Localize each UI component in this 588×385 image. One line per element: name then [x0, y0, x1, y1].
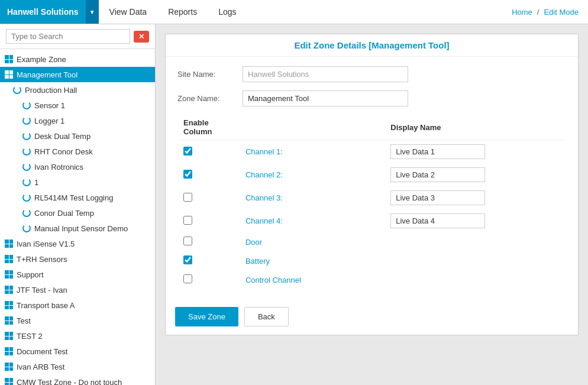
tree-item-label: Manual Input Sensor Demo [34, 224, 128, 233]
grid-icon [4, 331, 14, 341]
channel-value-ch1[interactable] [390, 144, 485, 159]
channel-value-ch3[interactable] [390, 190, 485, 205]
tree-item-management-tool[interactable]: Management Tool [0, 67, 155, 82]
channel-row-ch1: Channel 1: [177, 140, 566, 164]
channel-row-control: Control Channel [177, 270, 566, 289]
channels-table: Enable Column Display Name Channel 1:Cha… [177, 115, 566, 289]
channel-checkbox-door[interactable] [183, 237, 192, 245]
spinner-icon [21, 161, 32, 172]
nav-logs[interactable]: Logs [208, 0, 247, 24]
tree-item-label: RHT Conor Desk [34, 147, 93, 156]
search-bar: ✕ [0, 24, 155, 49]
tree-item-label: Production Hall [25, 86, 77, 95]
channel-row-ch2: Channel 2: [177, 163, 566, 186]
clear-search-button[interactable]: ✕ [134, 31, 149, 43]
channel-value-ch4[interactable] [390, 213, 485, 228]
col-display-header: Display Name [385, 115, 566, 140]
tree-item-example-zone[interactable]: Example Zone [0, 51, 155, 67]
channel-checkbox-ch3[interactable] [183, 193, 192, 202]
search-input[interactable] [6, 29, 130, 44]
edit-zone-panel: Edit Zone Details [Management Tool] Site… [165, 34, 579, 335]
channel-label-ch3: Channel 3: [245, 193, 283, 202]
tree-item-logger-1[interactable]: Logger 1 [0, 113, 155, 128]
main-layout: ✕ Example ZoneManagement ToolProduction … [0, 24, 588, 385]
col-channel-header [240, 115, 385, 140]
nav-right-links: Home / Edit Mode [502, 8, 588, 17]
tree-item-label: Conor Dual Temp [34, 209, 94, 218]
back-button[interactable]: Back [244, 307, 289, 326]
channel-row-door: Door [177, 232, 566, 251]
site-name-label: Site Name: [177, 70, 243, 79]
home-link[interactable]: Home [512, 8, 532, 17]
brand-button[interactable]: Hanwell Solutions [0, 0, 86, 24]
tree-container: Example ZoneManagement ToolProduction Ha… [0, 49, 155, 385]
tree-item-label: JTF Test - Ivan [17, 286, 67, 295]
tree-item-label: Support [17, 270, 44, 279]
tree-item-one[interactable]: 1 [0, 174, 155, 190]
channel-label-door: Door [245, 238, 262, 247]
tree-item-test[interactable]: Test [0, 313, 155, 328]
tree-item-jtf-test[interactable]: JTF Test - Ivan [0, 282, 155, 297]
grid-icon [4, 69, 14, 80]
tree-item-label: Example Zone [17, 55, 66, 64]
channel-checkbox-ch2[interactable] [183, 170, 192, 179]
tree-item-transport-base[interactable]: Transport base A [0, 297, 155, 313]
tree-item-cmw-test[interactable]: CMW Test Zone - Do not touch [0, 374, 155, 385]
tree-item-ivan-rotronics[interactable]: Ivan Rotronics [0, 159, 155, 174]
tree-item-label: Transport base A [17, 301, 75, 310]
spinner-icon [21, 131, 32, 141]
spinner-icon [21, 208, 32, 218]
sidebar: ✕ Example ZoneManagement ToolProduction … [0, 24, 156, 385]
tree-item-trh-sensors[interactable]: T+RH Sensors [0, 251, 155, 267]
spinner-icon [21, 192, 32, 203]
tree-item-label: Ivan ARB Test [17, 363, 64, 371]
zone-name-input[interactable] [243, 90, 408, 106]
channel-checkbox-battery[interactable] [183, 255, 192, 264]
content-area: Edit Zone Details [Management Tool] Site… [156, 24, 588, 385]
tree-item-rl5414m[interactable]: RL5414M Test Logging [0, 190, 155, 205]
tree-item-label: Test [17, 316, 31, 325]
grid-icon [4, 300, 14, 310]
dropdown-arrow-icon: ▼ [89, 9, 95, 15]
brand-dropdown-button[interactable]: ▼ [86, 0, 99, 24]
tree-item-manual-input[interactable]: Manual Input Sensor Demo [0, 221, 155, 236]
tree-item-desk-dual-temp[interactable]: Desk Dual Temp [0, 128, 155, 144]
tree-item-test-2[interactable]: TEST 2 [0, 328, 155, 344]
zone-name-row: Zone Name: [177, 90, 566, 106]
tree-item-label: Desk Dual Temp [34, 132, 91, 141]
tree-item-support[interactable]: Support [0, 267, 155, 282]
nav-reports[interactable]: Reports [157, 0, 208, 24]
tree-item-rht-conor-desk[interactable]: RHT Conor Desk [0, 144, 155, 159]
nav-view-data[interactable]: View Data [99, 0, 158, 24]
tree-item-label: T+RH Sensors [17, 255, 67, 264]
tree-item-label: CMW Test Zone - Do not touch [17, 378, 122, 386]
grid-icon [4, 54, 14, 64]
tree-item-label: Ivan Rotronics [34, 163, 83, 172]
site-name-input[interactable] [243, 66, 408, 82]
channel-label-control: Control Channel [245, 276, 301, 284]
channel-value-ch2[interactable] [390, 167, 485, 182]
spinner-icon [21, 115, 32, 126]
channel-checkbox-ch4[interactable] [183, 216, 192, 225]
channel-checkbox-ch1[interactable] [183, 147, 192, 156]
edit-mode-link[interactable]: Edit Mode [544, 8, 579, 17]
grid-icon [4, 238, 14, 249]
channel-label-battery: Battery [245, 257, 270, 266]
tree-item-label: Logger 1 [34, 117, 64, 125]
tree-item-document-test[interactable]: Document Test [0, 344, 155, 359]
tree-item-label: Ivan iSense V1.5 [17, 240, 75, 248]
channel-row-ch4: Channel 4: [177, 209, 566, 232]
tree-item-conor-dual-temp[interactable]: Conor Dual Temp [0, 205, 155, 221]
spinner-icon [21, 223, 32, 234]
tree-item-production-hall[interactable]: Production Hall [0, 82, 155, 98]
channel-label-ch1: Channel 1: [245, 147, 283, 156]
channel-checkbox-control[interactable] [183, 274, 192, 283]
tree-item-sensor-1[interactable]: Sensor 1 [0, 98, 155, 113]
spinner-icon [12, 85, 22, 95]
spinner-icon [21, 100, 32, 111]
grid-icon [4, 315, 14, 326]
save-zone-button[interactable]: Save Zone [175, 307, 238, 326]
tree-item-ivan-arb[interactable]: Ivan ARB Test [0, 359, 155, 374]
tree-item-ivan-isense[interactable]: Ivan iSense V1.5 [0, 236, 155, 251]
spinner-icon [21, 146, 32, 157]
